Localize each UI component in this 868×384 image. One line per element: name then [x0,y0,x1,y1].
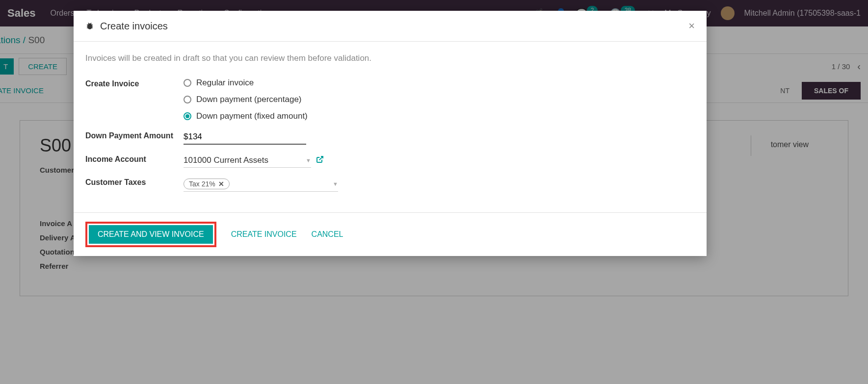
down-payment-input[interactable] [184,130,306,145]
modal-header: Create invoices × [74,11,707,42]
create-and-view-invoice-button[interactable]: CREATE AND VIEW INVOICE [89,225,213,244]
radio-circle-selected-icon [184,112,191,120]
customer-taxes-field: Tax 21% ✕ ▼ [184,177,695,192]
modal-close-button[interactable]: × [688,20,695,32]
svg-line-0 [319,156,323,160]
tax-tag: Tax 21% ✕ [184,179,230,189]
income-account-select[interactable]: 101000 Current Assets ▼ [184,154,311,168]
modal-footer: CREATE AND VIEW INVOICE CREATE INVOICE C… [74,212,707,256]
income-account-label: Income Account [85,154,184,164]
income-account-row: Income Account 101000 Current Assets ▼ [85,154,695,168]
radio-circle-icon [184,96,191,103]
chevron-down-icon: ▼ [333,181,338,187]
radio-circle-icon [184,79,191,87]
create-invoice-row: Create Invoice Regular invoice Down paym… [85,78,695,121]
customer-taxes-select[interactable]: Tax 21% ✕ ▼ [184,177,338,192]
down-payment-amount-row: Down Payment Amount [85,130,695,145]
radio-regular-invoice[interactable]: Regular invoice [184,78,695,88]
radio-down-payment-percentage[interactable]: Down payment (percentage) [184,95,695,104]
income-account-field: 101000 Current Assets ▼ [184,154,695,168]
highlighted-button: CREATE AND VIEW INVOICE [85,222,216,247]
tag-remove-icon[interactable]: ✕ [218,180,224,188]
down-payment-label: Down Payment Amount [85,130,184,140]
modal-body: Invoices will be created in draft so tha… [74,42,707,212]
cancel-button[interactable]: CANCEL [312,230,343,239]
invoice-type-radio-group: Regular invoice Down payment (percentage… [184,78,695,121]
modal-title: Create invoices [100,21,168,32]
customer-taxes-row: Customer Taxes Tax 21% ✕ ▼ [85,177,695,192]
create-invoice-label: Create Invoice [85,78,184,88]
radio-down-payment-fixed[interactable]: Down payment (fixed amount) [184,111,695,121]
chevron-down-icon: ▼ [306,157,311,163]
create-invoice-button[interactable]: CREATE INVOICE [231,230,297,239]
bug-icon[interactable] [85,22,94,30]
modal-info-text: Invoices will be created in draft so tha… [85,53,695,63]
create-invoices-modal: Create invoices × Invoices will be creat… [74,11,707,256]
customer-taxes-label: Customer Taxes [85,177,184,187]
external-link-icon[interactable] [316,155,324,166]
down-payment-field [184,130,695,145]
